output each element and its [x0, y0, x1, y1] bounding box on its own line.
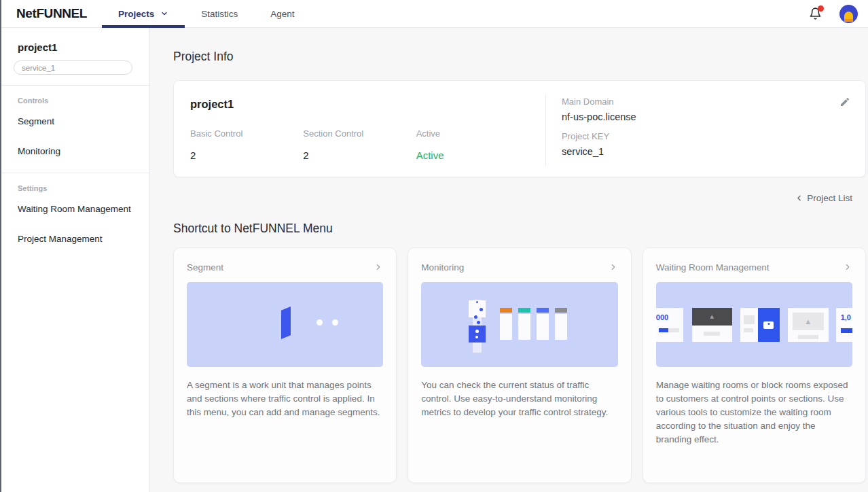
- segment-illustration: [187, 282, 383, 367]
- nav-tabs: Projects Statistics Agent: [102, 0, 311, 27]
- warning-triangle-icon: ▲: [708, 313, 715, 320]
- sidebar: project1 service_1 Controls Segment Moni…: [1, 28, 150, 492]
- stat-label: Basic Control: [190, 128, 303, 139]
- placeholder-bar: [744, 328, 753, 332]
- avatar[interactable]: [839, 5, 858, 23]
- netfunnel-logo: NetFUNNEL: [16, 6, 88, 21]
- navbar-right: [809, 5, 858, 23]
- sidebar-project-header: project1 service_1: [1, 28, 149, 85]
- detail-label: Project KEY: [562, 131, 849, 141]
- monitoring-illustration: [421, 282, 617, 367]
- project-list-row: Project List: [173, 191, 866, 205]
- sidebar-item-project-management[interactable]: Project Management: [1, 224, 149, 253]
- sidebar-section-label-controls: Controls: [1, 90, 149, 106]
- chevron-right-icon[interactable]: [609, 262, 618, 272]
- project-info-left: project1 Basic Control 2 Section Control…: [174, 81, 545, 177]
- detail-value: service_1: [562, 146, 849, 157]
- card-title: Segment: [187, 262, 223, 273]
- funnel-control-box: [469, 326, 486, 342]
- stat-label: Section Control: [303, 128, 416, 139]
- shortcut-card-waiting-room[interactable]: Waiting Room Management 1,000 ▲: [643, 247, 866, 483]
- warning-triangle-icon: ▲: [804, 318, 812, 326]
- main-content: Project Info project1 Basic Control 2 Se…: [151, 0, 868, 483]
- card-description: A segment is a work unit that manages po…: [187, 379, 383, 419]
- waiting-count-label: 1,0: [841, 313, 851, 321]
- bar-body: [500, 314, 512, 340]
- shortcut-card-monitoring[interactable]: Monitoring: [408, 247, 631, 483]
- card-header: Waiting Room Management: [656, 261, 852, 273]
- stat-value: 2: [303, 150, 416, 161]
- gray-panel: ▲: [793, 313, 824, 330]
- placeholder-block: [744, 315, 755, 324]
- bar-body: [555, 314, 567, 340]
- sidebar-item-waiting-room-management[interactable]: Waiting Room Management: [1, 194, 149, 224]
- project-list-link-label: Project List: [807, 193, 852, 203]
- bell-icon[interactable]: [809, 7, 822, 20]
- bar-body: [518, 314, 530, 340]
- chevron-right-icon[interactable]: [843, 262, 852, 272]
- sidebar-section-controls: Controls Segment Monitoring: [1, 85, 149, 173]
- shortcut-cards: Segment A segment is a work unit that ma…: [173, 247, 866, 483]
- project-stats: Basic Control 2 Section Control 2 Active…: [190, 128, 529, 161]
- detail-project-key: Project KEY service_1: [562, 131, 849, 157]
- tab-statistics[interactable]: Statistics: [185, 0, 254, 27]
- avatar-door-shape: [844, 12, 853, 22]
- ticket-icon: [763, 321, 774, 329]
- notification-badge: [818, 5, 824, 12]
- dark-header: ▲: [692, 308, 732, 326]
- sidebar-item-segment[interactable]: Segment: [1, 106, 149, 136]
- tab-agent-label: Agent: [270, 9, 294, 19]
- sidebar-service-key-badge: service_1: [14, 60, 132, 75]
- card-title: Monitoring: [421, 262, 464, 273]
- waiting-room-counter-card: 1,000: [656, 308, 683, 342]
- shortcut-section-title: Shortcut to NetFUNNEL Menu: [173, 221, 866, 236]
- bar-body: [537, 314, 549, 340]
- detail-label: Main Domain: [562, 96, 849, 107]
- progress-fill: [659, 328, 668, 332]
- bar-cap-teal: [518, 308, 530, 313]
- stat-section-control: Section Control 2: [303, 128, 416, 161]
- placeholder-bar: [704, 332, 720, 336]
- progress-fill: [841, 328, 852, 333]
- blue-panel: [758, 308, 780, 342]
- dot-icon: [332, 319, 338, 326]
- card-header: Segment: [187, 261, 383, 273]
- bar-cap-gray: [555, 308, 567, 313]
- bar-cap-blue: [537, 308, 549, 313]
- text-placeholder: [740, 308, 758, 342]
- card-title: Waiting Room Management: [656, 262, 770, 273]
- stat-label: Active: [416, 128, 529, 139]
- card-header: Monitoring: [421, 261, 617, 273]
- tab-statistics-label: Statistics: [201, 9, 238, 19]
- shortcut-card-segment[interactable]: Segment A segment is a work unit that ma…: [173, 247, 397, 483]
- progress-bar: [659, 328, 679, 332]
- detail-value: nf-us-poc.license: [562, 111, 849, 122]
- bar-cap-orange: [500, 308, 512, 313]
- chevron-right-icon[interactable]: [374, 262, 383, 272]
- sidebar-section-label-settings: Settings: [1, 177, 149, 194]
- project-info-right: Main Domain nf-us-poc.license Project KE…: [545, 81, 865, 177]
- waiting-room-counter-card: 1,0: [836, 308, 852, 342]
- warning-room-card: ▲: [788, 308, 829, 342]
- sidebar-item-monitoring[interactable]: Monitoring: [1, 136, 149, 166]
- status-badge: Active: [416, 150, 529, 161]
- project-list-link[interactable]: Project List: [795, 191, 866, 205]
- card-description: You can check the current status of traf…: [421, 379, 617, 419]
- stat-value: 2: [190, 150, 303, 161]
- sidebar-section-settings: Settings Waiting Room Management Project…: [1, 173, 149, 260]
- card-description: Manage waiting rooms or block rooms expo…: [656, 379, 852, 446]
- page-title: Project Info: [173, 49, 866, 64]
- tab-agent[interactable]: Agent: [254, 0, 310, 27]
- stat-basic-control: Basic Control 2: [190, 128, 303, 161]
- ticket-room-card: [740, 308, 780, 342]
- tab-projects[interactable]: Projects: [102, 0, 185, 27]
- block-room-card: ▲: [692, 308, 732, 342]
- project-info-card: project1 Basic Control 2 Section Control…: [173, 80, 866, 177]
- tab-projects-label: Projects: [118, 9, 154, 19]
- placeholder-bar: [798, 335, 818, 339]
- detail-main-domain: Main Domain nf-us-poc.license: [562, 96, 849, 122]
- edit-pencil-icon[interactable]: [839, 96, 850, 107]
- waiting-room-illustration: 1,000 ▲: [656, 282, 852, 367]
- chevron-left-icon: [795, 194, 803, 203]
- stat-active: Active Active: [416, 128, 529, 161]
